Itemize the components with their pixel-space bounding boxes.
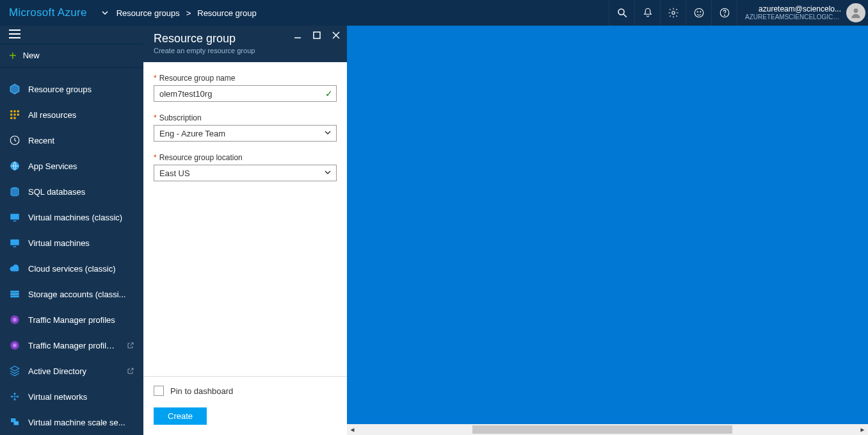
sidebar-item-8[interactable]: Storage accounts (classi...: [0, 281, 143, 307]
svg-rect-27: [10, 291, 19, 293]
svg-rect-41: [314, 32, 320, 38]
sidebar-item-label: Storage accounts (classi...: [28, 290, 134, 299]
horizontal-scrollbar[interactable]: ◄ ►: [347, 424, 868, 435]
smile-icon[interactable]: [686, 0, 711, 26]
sidebar-item-label: Virtual machine scale se...: [28, 418, 134, 427]
svg-rect-16: [14, 114, 16, 116]
sidebar-item-label: Traffic Manager profiles...: [28, 341, 119, 350]
sidebar-item-label: Cloud services (classic): [28, 264, 134, 274]
sidebar-item-0[interactable]: Resource groups: [0, 76, 143, 102]
ad-icon: [9, 365, 20, 377]
maximize-icon[interactable]: [311, 31, 323, 40]
sidebar-item-11[interactable]: Active Directory: [0, 358, 143, 384]
scroll-left-icon[interactable]: ◄: [347, 426, 358, 433]
sidebar-item-7[interactable]: Cloud services (classic): [0, 256, 143, 281]
svg-rect-26: [13, 246, 17, 247]
svg-point-0: [618, 9, 624, 15]
breadcrumb-item-1[interactable]: Resource group: [196, 8, 258, 18]
sidebar-item-label: All resources: [28, 110, 134, 120]
sidebar-item-label: SQL databases: [28, 187, 134, 197]
storage-icon: [9, 288, 20, 300]
svg-rect-28: [10, 293, 19, 295]
vm-icon: [9, 237, 20, 249]
sidebar-item-1[interactable]: All resources: [0, 102, 143, 127]
svg-rect-18: [10, 117, 12, 119]
subscription-select[interactable]: Eng - Azure Team: [154, 125, 337, 142]
sidebar-item-9[interactable]: Traffic Manager profiles: [0, 307, 143, 332]
bell-icon[interactable]: [634, 0, 660, 26]
vnet-icon: [9, 391, 20, 402]
search-icon[interactable]: [609, 0, 634, 26]
svg-point-2: [671, 12, 675, 15]
blade-header: Resource group Create an empty resource …: [143, 26, 347, 62]
cloud-icon: [9, 263, 20, 274]
name-label: *Resource group name: [154, 74, 337, 83]
location-label: *Resource group location: [154, 153, 337, 162]
svg-line-1: [623, 14, 627, 17]
pin-label: Pin to dashboard: [170, 386, 233, 396]
svg-point-7: [724, 15, 725, 16]
svg-rect-29: [10, 295, 19, 297]
gear-icon[interactable]: [660, 0, 686, 26]
external-link-icon: [127, 341, 134, 349]
breadcrumb-item-0[interactable]: Resource groups: [115, 8, 181, 18]
close-icon[interactable]: [330, 31, 342, 40]
traffic-icon: [9, 314, 20, 325]
sidebar-item-label: Virtual networks: [28, 392, 134, 402]
svg-rect-25: [10, 240, 19, 245]
sidebar-item-6[interactable]: Virtual machines: [0, 230, 143, 256]
user-account[interactable]: azureteam@sciencelo... AZURETEAMSCIENCEL…: [737, 0, 868, 26]
svg-point-5: [700, 12, 701, 13]
blade-subtitle: Create an empty resource group: [154, 47, 337, 54]
topbar: Microsoft Azure Resource groups > Resour…: [0, 0, 868, 26]
user-email: azureteam@sciencelo...: [759, 4, 841, 13]
chevron-down-icon[interactable]: [95, 9, 115, 17]
new-button[interactable]: + New: [0, 45, 143, 69]
sidebar-item-10[interactable]: Traffic Manager profiles...: [0, 332, 143, 358]
svg-rect-39: [14, 422, 19, 425]
clock-icon: [9, 135, 20, 146]
svg-rect-14: [17, 110, 19, 112]
sql-icon: [9, 186, 20, 197]
scroll-right-icon[interactable]: ►: [857, 426, 868, 433]
pin-to-dashboard-checkbox[interactable]: [154, 386, 164, 396]
sidebar-item-label: Virtual machines: [28, 238, 134, 248]
brand-logo[interactable]: Microsoft Azure: [0, 6, 95, 19]
svg-rect-24: [13, 220, 17, 222]
location-select[interactable]: East US: [154, 165, 337, 181]
hamburger-icon[interactable]: [0, 26, 143, 45]
svg-point-31: [13, 318, 17, 322]
checkmark-icon: ✓: [325, 88, 333, 99]
dashboard-canvas: ◄ ►: [347, 26, 868, 435]
svg-point-4: [697, 12, 698, 13]
sidebar-item-12[interactable]: Virtual networks: [0, 384, 143, 409]
grid-icon: [9, 109, 20, 120]
resource-group-blade: Resource group Create an empty resource …: [143, 26, 347, 435]
new-label: New: [23, 51, 40, 60]
traffic-icon: [9, 340, 20, 351]
svg-rect-15: [10, 114, 12, 116]
svg-rect-17: [17, 114, 19, 116]
sidebar: + New Resource groupsAll resourcesRecent…: [0, 26, 143, 435]
sidebar-item-5[interactable]: Virtual machines (classic): [0, 204, 143, 230]
vmss-icon: [9, 416, 20, 428]
sidebar-item-label: Resource groups: [28, 85, 134, 94]
sidebar-item-3[interactable]: App Services: [0, 153, 143, 179]
user-tenant: AZURETEAMSCIENCELOGIC (D...: [745, 13, 841, 21]
svg-rect-23: [10, 214, 19, 220]
plus-icon: +: [9, 49, 17, 62]
create-button[interactable]: Create: [154, 407, 207, 425]
scrollbar-thumb[interactable]: [472, 425, 732, 434]
globe-icon: [9, 160, 20, 172]
sidebar-item-2[interactable]: Recent: [0, 127, 143, 153]
svg-point-8: [854, 8, 858, 13]
minimize-icon[interactable]: [292, 31, 303, 40]
svg-rect-13: [14, 110, 16, 112]
sidebar-item-label: Virtual machines (classic): [28, 213, 134, 222]
resource-group-name-input[interactable]: [154, 85, 337, 102]
help-icon[interactable]: [711, 0, 737, 26]
sidebar-item-13[interactable]: Virtual machine scale se...: [0, 409, 143, 435]
sidebar-item-4[interactable]: SQL databases: [0, 179, 143, 204]
svg-rect-12: [10, 110, 12, 112]
sidebar-item-label: App Services: [28, 161, 134, 171]
